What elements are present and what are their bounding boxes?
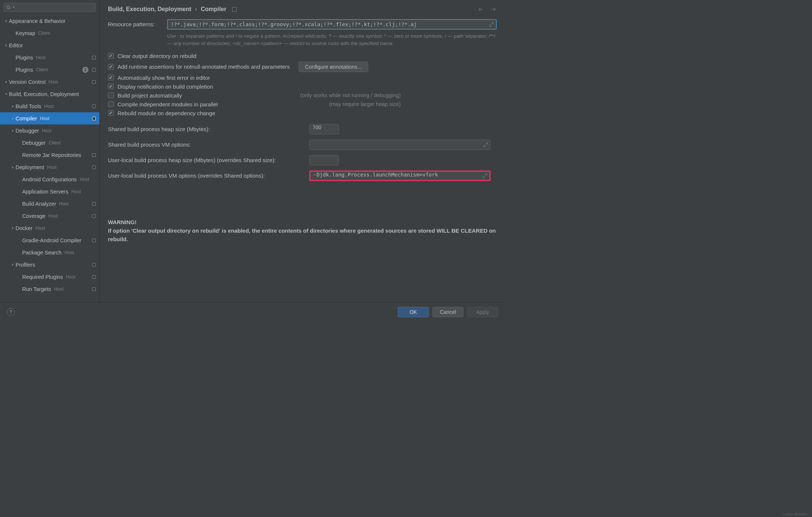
sidebar-item-coverage[interactable]: CoverageHost xyxy=(0,210,99,222)
chevron-icon xyxy=(10,55,16,60)
chevron-icon xyxy=(17,140,22,145)
expand-icon[interactable] xyxy=(489,22,494,27)
warning-block: WARNING! If option 'Clear output directo… xyxy=(108,218,497,244)
sidebar-item-label: Run Targets xyxy=(22,286,51,292)
field-row: User-local build process heap size (Mbyt… xyxy=(108,155,497,165)
resource-patterns-value: !?*.java;!?*.form;!?*.class;!?*.groovy;!… xyxy=(171,21,417,27)
apply-button[interactable]: Apply xyxy=(467,307,498,317)
field-row: User-local build process VM options (ove… xyxy=(108,171,497,181)
sidebar-item-package-search[interactable]: Package SearchHost xyxy=(0,246,99,258)
checkbox-row: Build project automatically(only works w… xyxy=(108,92,497,99)
resource-patterns-input[interactable]: !?*.java;!?*.form;!?*.class;!?*.groovy;!… xyxy=(167,19,497,30)
checkbox-label: Clear output directory on rebuild xyxy=(118,53,196,59)
modified-icon xyxy=(92,105,96,108)
sidebar-item-application-servers[interactable]: Application ServersHost xyxy=(0,185,99,198)
chevron-icon xyxy=(17,274,22,280)
svg-line-1 xyxy=(9,8,10,9)
modified-icon xyxy=(92,80,96,84)
nav-back-icon[interactable] xyxy=(478,6,484,13)
field-label: User-local build process VM options (ove… xyxy=(108,172,309,179)
nav-forward-icon[interactable] xyxy=(490,6,497,13)
cancel-button[interactable]: Cancel xyxy=(432,307,463,317)
checkbox[interactable] xyxy=(108,110,114,116)
settings-main: Build, Execution, Deployment › Compiler … xyxy=(100,0,505,302)
checkbox[interactable] xyxy=(108,75,114,81)
sidebar-item-plugins[interactable]: PluginsHost xyxy=(0,51,99,64)
field-input[interactable] xyxy=(309,155,339,165)
sidebar-item-remote-jar-repositories[interactable]: Remote Jar Repositories xyxy=(0,149,99,161)
sidebar-item-version-control[interactable]: Version ControlHost xyxy=(0,76,99,88)
sidebar-item-compiler[interactable]: CompilerHost xyxy=(0,112,99,124)
search-icon xyxy=(6,5,11,10)
sidebar-item-keymap[interactable]: KeymapClient xyxy=(0,27,99,39)
sidebar-item-debugger[interactable]: DebuggerClient xyxy=(0,137,99,149)
configure-annotations-button[interactable]: Configure annotations... xyxy=(299,62,368,72)
chevron-icon xyxy=(4,92,9,97)
sidebar-item-build-tools[interactable]: Build ToolsHost xyxy=(0,100,99,112)
expand-icon[interactable] xyxy=(483,143,488,147)
sidebar-item-appearance-behavior[interactable]: Appearance & Behavior xyxy=(0,15,99,27)
sidebar-item-build-execution-deployment[interactable]: Build, Execution, Deployment xyxy=(0,88,99,100)
checkbox-row: Rebuild module on dependency change xyxy=(108,110,497,116)
modified-icon xyxy=(92,68,96,72)
checkbox-label: Display notification on build completion xyxy=(118,83,213,90)
sidebar-item-gradle-android-compiler[interactable]: Gradle-Android Compiler xyxy=(0,234,99,246)
chevron-icon xyxy=(10,128,16,133)
field-input[interactable]: -Djdk.lang.Process.launchMechanism=vfork xyxy=(309,171,490,181)
sidebar-item-build-analyzer[interactable]: Build AnalyzerHost xyxy=(0,198,99,210)
sidebar-item-run-targets[interactable]: Run TargetsHost xyxy=(0,283,99,295)
resource-patterns-label: Resource patterns: xyxy=(108,19,167,27)
sidebar-item-debugger[interactable]: DebuggerHost xyxy=(0,124,99,137)
svg-point-0 xyxy=(7,6,10,9)
sidebar-item-label: Debugger xyxy=(22,140,46,146)
sidebar-item-profilers[interactable]: Profilers xyxy=(0,258,99,271)
modified-icon xyxy=(92,202,96,206)
breadcrumb-separator: › xyxy=(195,6,197,13)
sidebar-item-required-plugins[interactable]: Required PluginsHost xyxy=(0,271,99,283)
chevron-down-icon xyxy=(12,6,15,9)
sidebar-item-tag: Host xyxy=(71,189,81,194)
sidebar-item-plugins[interactable]: PluginsClient2 xyxy=(0,64,99,76)
sidebar-item-tag: Host xyxy=(59,201,69,206)
chevron-icon xyxy=(17,189,22,194)
field-input[interactable] xyxy=(309,140,490,150)
checkbox[interactable] xyxy=(108,83,114,89)
sidebar-item-docker[interactable]: DockerHost xyxy=(0,222,99,234)
sidebar-item-deployment[interactable]: DeploymentHost xyxy=(0,161,99,173)
expand-icon[interactable] xyxy=(483,174,487,178)
breadcrumb-root[interactable]: Build, Execution, Deployment xyxy=(108,6,191,13)
sidebar-item-tag: Client xyxy=(38,31,50,36)
checkbox-note: (may require larger heap size) xyxy=(329,101,497,107)
sidebar-item-android-configurations[interactable]: Android ConfigurationsHost xyxy=(0,173,99,185)
help-button[interactable]: ? xyxy=(7,308,15,316)
reset-icon[interactable] xyxy=(232,7,237,12)
chevron-icon xyxy=(17,213,22,219)
chevron-icon xyxy=(10,226,16,231)
sidebar-item-label: Plugins xyxy=(16,55,33,61)
search-input[interactable] xyxy=(4,3,96,12)
checkbox-row: Clear output directory on rebuild xyxy=(108,53,497,59)
sidebar-item-tag: Host xyxy=(36,55,46,60)
ok-button[interactable]: OK xyxy=(398,307,429,317)
checkbox[interactable] xyxy=(108,53,114,59)
modified-icon xyxy=(92,165,96,169)
modified-icon xyxy=(92,117,96,120)
checkbox[interactable] xyxy=(108,64,114,70)
sidebar-item-tag: Client xyxy=(49,140,61,145)
chevron-icon xyxy=(17,153,22,158)
sidebar-item-tag: Host xyxy=(64,250,74,255)
settings-tree[interactable]: Appearance & BehaviorKeymapClientEditorP… xyxy=(0,15,99,302)
chevron-icon xyxy=(10,165,16,170)
field-input[interactable]: 700 xyxy=(309,124,339,134)
modified-icon xyxy=(92,239,96,242)
checkbox-row: Automatically show first error in editor xyxy=(108,75,497,81)
checkbox[interactable] xyxy=(108,92,114,98)
field-label: User-local build process heap size (Mbyt… xyxy=(108,157,309,163)
sidebar-item-tag: Host xyxy=(47,165,57,170)
sidebar-item-tag: Host xyxy=(40,116,50,121)
field-value: 700 xyxy=(313,124,321,130)
checkbox[interactable] xyxy=(108,101,114,107)
checkbox-label: Rebuild module on dependency change xyxy=(118,110,215,116)
sidebar-item-editor[interactable]: Editor xyxy=(0,39,99,51)
sidebar-item-label: Compiler xyxy=(16,116,37,121)
